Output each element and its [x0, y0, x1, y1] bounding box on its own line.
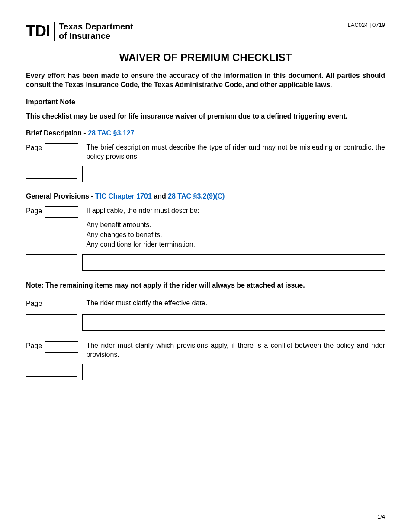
page-label: Page [26, 206, 42, 215]
brief-link[interactable]: 28 TAC §3.127 [88, 129, 134, 137]
effective-item-row: Page The rider must clarify the effectiv… [26, 299, 385, 310]
logo-dept-line2: of Insurance [59, 31, 133, 41]
general-comment-large-input[interactable] [82, 254, 385, 271]
effective-item-text: The rider must clarify the effective dat… [86, 299, 385, 308]
section-brief-description: Brief Description - 28 TAC §3.127 Page T… [26, 129, 385, 182]
brief-item-row: Page The brief description must describe… [26, 143, 385, 161]
section-effective-date: Page The rider must clarify the effectiv… [26, 299, 385, 331]
general-heading-prefix: General Provisions - [26, 192, 95, 200]
general-list-item: Any benefit amounts. [86, 221, 385, 230]
general-item-intro: If applicable, the rider must describe: [86, 206, 385, 215]
general-page-input[interactable] [45, 206, 78, 218]
general-link2[interactable]: 28 TAC §3.2(9)(C) [168, 192, 225, 200]
general-list-item: Any conditions for rider termination. [86, 240, 385, 249]
intro-paragraph: Every effort has been made to ensure the… [26, 71, 385, 90]
logo-dept-name: Texas Department of Insurance [59, 22, 133, 41]
remaining-note: Note: The remaining items may not apply … [26, 281, 385, 290]
general-and: and [152, 192, 168, 200]
conflict-comment-small-input[interactable] [26, 364, 77, 377]
page-label: Page [26, 143, 42, 152]
conflict-page-input[interactable] [45, 341, 78, 353]
page-label: Page [26, 341, 42, 350]
logo-abbrev: TDI [26, 22, 50, 40]
important-note-text: This checklist may be used for life insu… [26, 112, 385, 121]
effective-page-input[interactable] [45, 299, 78, 310]
section-general-provisions: General Provisions - TIC Chapter 1701 an… [26, 192, 385, 271]
logo-dept-line1: Texas Department [59, 22, 133, 31]
general-item-row: Page If applicable, the rider must descr… [26, 206, 385, 250]
page-title: WAIVER OF PREMIUM CHECKLIST [26, 51, 385, 64]
conflict-comment-large-input[interactable] [82, 364, 385, 380]
brief-comment-large-input[interactable] [82, 166, 385, 182]
conflict-item-text: The rider must clarify which provisions … [86, 341, 385, 359]
general-list-item: Any changes to benefits. [86, 231, 385, 240]
brief-page-input[interactable] [45, 143, 78, 154]
conflict-item-row: Page The rider must clarify which provis… [26, 341, 385, 359]
section-conflict: Page The rider must clarify which provis… [26, 341, 385, 380]
logo-block: TDI Texas Department of Insurance [26, 22, 385, 41]
brief-comment-row [26, 166, 385, 182]
general-comment-row [26, 254, 385, 271]
general-heading: General Provisions - TIC Chapter 1701 an… [26, 192, 385, 200]
general-item-text: If applicable, the rider must describe: … [86, 206, 385, 250]
logo-divider [54, 22, 55, 41]
general-link1[interactable]: TIC Chapter 1701 [95, 192, 152, 200]
page-label: Page [26, 299, 42, 308]
brief-comment-small-input[interactable] [26, 166, 77, 179]
page-number: 1/4 [377, 513, 385, 520]
brief-heading: Brief Description - 28 TAC §3.127 [26, 129, 385, 137]
effective-comment-row [26, 314, 385, 331]
brief-item-text: The brief description must describe the … [86, 143, 385, 161]
document-id: LAC024 | 0719 [348, 22, 385, 28]
effective-comment-large-input[interactable] [82, 314, 385, 331]
effective-comment-small-input[interactable] [26, 314, 77, 327]
brief-heading-prefix: Brief Description - [26, 129, 88, 137]
general-comment-small-input[interactable] [26, 254, 77, 267]
conflict-comment-row [26, 364, 385, 380]
important-note-label: Important Note [26, 98, 385, 106]
general-item-list: Any benefit amounts. Any changes to bene… [86, 221, 385, 249]
